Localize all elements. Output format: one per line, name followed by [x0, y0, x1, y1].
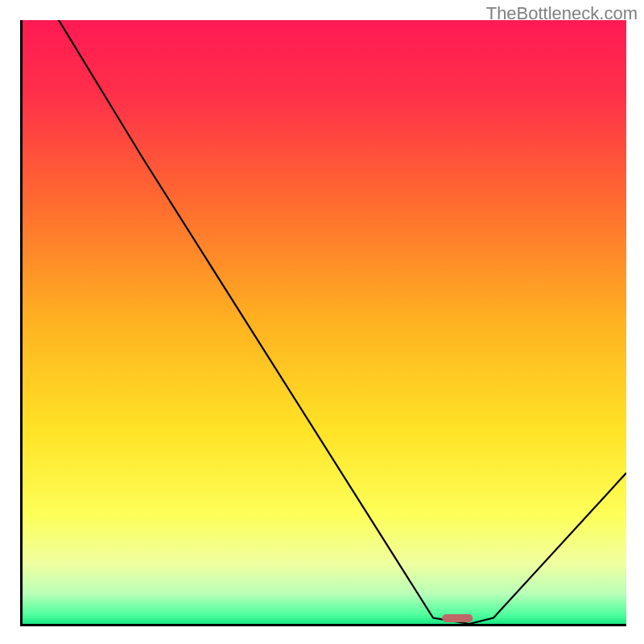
curve-layer — [23, 20, 626, 624]
bottleneck-chart: TheBottleneck.com — [0, 0, 644, 644]
watermark-text: TheBottleneck.com — [486, 3, 638, 24]
plot-area — [20, 20, 626, 626]
optimal-marker — [442, 614, 473, 622]
bottleneck-curve — [23, 20, 626, 624]
